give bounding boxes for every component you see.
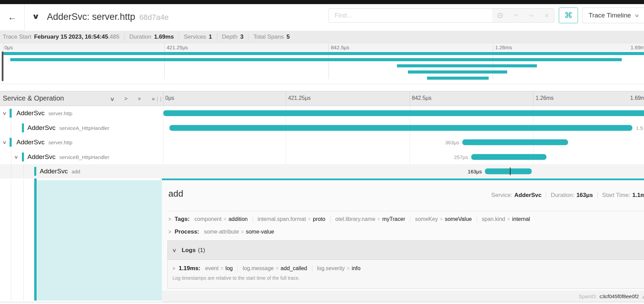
minimap-tick-label: 842.5μs	[331, 44, 349, 50]
minimap-drag-handle[interactable]	[2, 52, 3, 81]
top-black-bar	[0, 0, 644, 4]
detail-start-time: Start Time:1.1ms	[597, 192, 644, 199]
copy-link-icon[interactable]	[642, 293, 644, 300]
minimap-span-bar	[427, 77, 489, 80]
span-tree-cell[interactable]: ∨ AdderSvcserver.http	[0, 106, 162, 120]
span-bar[interactable]	[169, 125, 632, 131]
logs-header[interactable]: ∨ Logs (1)	[168, 241, 644, 260]
view-select[interactable]: Trace Timeline ∨	[582, 8, 644, 23]
tag-item: otel.library.name=myTracer	[330, 216, 405, 223]
span-duration-label: 363μs	[445, 140, 459, 145]
log-field: event=log	[205, 265, 233, 272]
summary-depth: Depth 3	[217, 34, 244, 40]
operation-name: add	[72, 169, 80, 174]
span-log-marker[interactable]	[510, 168, 511, 175]
span-row: ∨ AdderSvcserviceB_HttpHandler 257μs	[0, 149, 644, 164]
detail-meta: Service:AdderSvc Duration:163μs Start Ti…	[491, 192, 644, 199]
span-name: AdderSvcadd	[40, 168, 80, 175]
view-select-label: Trace Timeline	[589, 12, 631, 19]
span-color-bar	[22, 153, 24, 161]
tree-guide-line	[11, 120, 11, 135]
expand-tags-icon[interactable]: >	[168, 216, 171, 223]
selected-span-color-bar	[34, 179, 37, 301]
collapse-trace-chevron-icon[interactable]: ∨	[32, 12, 40, 21]
minimap-span-bar	[3, 52, 644, 55]
span-name: AdderSvcserver.http	[16, 109, 72, 117]
span-track: 163μs	[162, 164, 644, 179]
span-track: 257μs	[162, 149, 644, 164]
process-label[interactable]: Process:	[175, 228, 199, 235]
log-field: log.message=add_called	[237, 265, 307, 272]
timeline-column-header: Service & Operation ∨ > » » 0μs 421.25μs…	[0, 91, 644, 106]
expand-process-icon[interactable]: >	[168, 228, 171, 235]
service-name: AdderSvc	[27, 124, 55, 131]
find-input[interactable]	[329, 9, 492, 22]
collapse-chevron-icon[interactable]: ∨	[2, 140, 7, 145]
trace-minimap[interactable]: 0μs 421.25μs 842.5μs 1.26ms 1.69ms	[0, 43, 644, 84]
tag-item: someKey=someValue	[410, 216, 472, 223]
tree-guide-line	[11, 149, 11, 164]
clear-search-icon[interactable]	[544, 13, 550, 18]
span-track	[162, 106, 644, 120]
tags-row: > Tags: component=addition internal.span…	[168, 216, 644, 223]
service-name: AdderSvc	[27, 153, 55, 160]
tree-controls: ∨ > » »	[110, 91, 156, 106]
back-arrow-icon: ←	[8, 12, 17, 23]
minimap-label-strip	[0, 43, 644, 51]
tree-guide-line	[11, 164, 11, 179]
span-bar[interactable]	[462, 140, 568, 145]
collapse-logs-icon: ∨	[172, 247, 177, 253]
trace-id: 68d7a4e	[139, 13, 169, 22]
span-tree-cell[interactable]: ∨ AdderSvcserviceB_HttpHandler	[0, 149, 162, 164]
next-match-icon[interactable]	[528, 12, 534, 18]
service-name: AdderSvc	[40, 168, 68, 175]
minimap-tick-label: 1.69ms	[631, 44, 644, 50]
find-controls	[492, 9, 554, 22]
span-name: AdderSvcserver.http	[16, 138, 72, 146]
span-id-value: c3cf045f0f8ee0f2	[600, 293, 639, 299]
span-tree-cell[interactable]: AdderSvcserviceA_HttpHandler	[0, 120, 162, 135]
span-track: 363μs	[162, 135, 644, 149]
service-name: AdderSvc	[16, 138, 44, 146]
ruler-tick-line	[533, 91, 533, 106]
span-id-row: SpanID: c3cf045f0f8ee0f2	[162, 291, 644, 302]
process-row: > Process: some-attribute=some-value	[168, 228, 644, 235]
ruler-tick-label: 0μs	[165, 95, 174, 101]
back-button[interactable]: ←	[0, 4, 25, 31]
log-entry[interactable]: > 1.19ms: event=log log.message=add_call…	[168, 260, 644, 272]
tags-label[interactable]: Tags:	[175, 216, 190, 223]
trace-name: AdderSvc: server.http	[47, 12, 135, 22]
operation-name: serviceB_HttpHandler	[59, 154, 109, 160]
span-name: AdderSvcserviceB_HttpHandler	[27, 153, 109, 161]
detail-divider	[168, 211, 644, 211]
logs-label: Logs	[182, 247, 196, 254]
collapse-all-icon[interactable]: »	[137, 96, 143, 102]
detail-left-gutter	[0, 180, 162, 301]
column-resizer[interactable]	[157, 97, 161, 102]
span-tree-cell[interactable]: AdderSvcadd	[0, 164, 162, 179]
span-tree-cell[interactable]: ∨ AdderSvcserver.http	[0, 135, 162, 149]
span-bar[interactable]	[471, 154, 546, 160]
expand-all-icon[interactable]: »	[151, 96, 156, 102]
operation-name: server.http	[48, 110, 72, 116]
locate-icon[interactable]	[497, 12, 504, 19]
span-name: AdderSvcserviceA_HttpHandler	[27, 124, 109, 132]
expand-one-icon[interactable]: >	[123, 96, 129, 102]
detail-duration: Duration:163μs	[546, 192, 593, 199]
operation-name: serviceA_HttpHandler	[59, 125, 109, 131]
operation-name: server.http	[48, 140, 72, 145]
service-operation-header: Service & Operation	[3, 94, 64, 102]
trace-summary-bar: Trace Start February 15 2023, 16:54:45 .…	[0, 31, 644, 43]
minimap-tick-label: 421.25μs	[167, 44, 188, 50]
span-rows: ∨ AdderSvcserver.http AdderSvcserviceA_H…	[0, 106, 644, 179]
span-row: AdderSvcserviceA_HttpHandler 1.5	[0, 120, 644, 135]
span-bar[interactable]	[485, 169, 532, 174]
collapse-one-icon[interactable]: ∨	[109, 96, 116, 102]
collapse-chevron-icon[interactable]: ∨	[2, 110, 7, 116]
span-bar[interactable]	[163, 110, 644, 116]
collapse-chevron-icon[interactable]: ∨	[14, 154, 18, 160]
keyboard-shortcuts-button[interactable]: ⌘	[559, 8, 578, 23]
prev-match-icon[interactable]	[513, 12, 519, 18]
expand-log-icon[interactable]: >	[172, 266, 175, 271]
ruler-tick-line	[163, 91, 164, 106]
